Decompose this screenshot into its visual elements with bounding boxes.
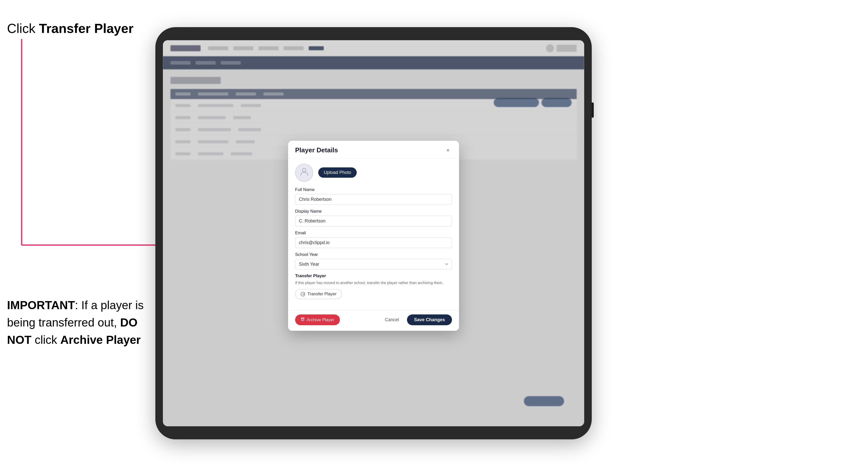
modal-header: Player Details ×	[288, 141, 459, 159]
click-bold-text: Transfer Player	[39, 21, 133, 36]
transfer-section-description: If this player has moved to another scho…	[295, 280, 452, 286]
modal-body: Upload Photo Full Name Display Name	[288, 159, 459, 310]
avatar-icon	[300, 167, 309, 178]
photo-section: Upload Photo	[295, 164, 452, 182]
instruction-bottom: IMPORTANT: If a player is being transfer…	[7, 297, 153, 349]
cancel-button[interactable]: Cancel	[381, 315, 403, 325]
display-name-group: Display Name	[295, 209, 452, 226]
click-prefix: Click	[7, 21, 39, 36]
avatar-circle	[295, 164, 313, 182]
archive-bold-text: Archive Player	[60, 333, 141, 346]
modal-title: Player Details	[295, 146, 338, 154]
save-changes-button[interactable]: Save Changes	[407, 314, 452, 325]
player-details-modal: Player Details ×	[288, 141, 459, 331]
app-background: Player Details ×	[163, 40, 584, 426]
full-name-group: Full Name	[295, 187, 452, 205]
display-name-label: Display Name	[295, 209, 452, 214]
archive-icon	[301, 317, 305, 322]
transfer-section-title: Transfer Player	[295, 274, 452, 279]
arrow-indicator	[11, 39, 167, 265]
archive-btn-label: Archive Player	[307, 317, 334, 322]
footer-right-buttons: Cancel Save Changes	[381, 314, 452, 325]
school-year-select[interactable]: Sixth Year First Year Second Year Third …	[295, 259, 452, 270]
email-label: Email	[295, 230, 452, 236]
tablet-screen: Player Details ×	[163, 40, 584, 426]
upload-photo-button[interactable]: Upload Photo	[318, 167, 357, 178]
modal-overlay: Player Details ×	[163, 40, 584, 426]
display-name-input[interactable]	[295, 216, 452, 226]
modal-footer: Archive Player Cancel Save Changes	[288, 310, 459, 331]
tablet-device: Player Details ×	[155, 27, 592, 439]
modal-close-button[interactable]: ×	[444, 146, 452, 154]
tablet-side-button	[592, 102, 594, 118]
transfer-player-button[interactable]: Transfer Player	[295, 289, 342, 299]
archive-player-button[interactable]: Archive Player	[295, 314, 340, 325]
email-input[interactable]	[295, 237, 452, 248]
email-group: Email	[295, 230, 452, 248]
svg-rect-5	[301, 318, 304, 318]
transfer-btn-label: Transfer Player	[307, 291, 337, 297]
instruction-top: Click Transfer Player	[7, 20, 133, 37]
important-label: IMPORTANT	[7, 299, 75, 312]
archive-text: click	[31, 333, 60, 346]
transfer-player-section: Transfer Player If this player has moved…	[295, 274, 452, 299]
school-year-group: School Year Sixth Year First Year Second…	[295, 252, 452, 270]
svg-point-3	[302, 168, 306, 172]
school-year-label: School Year	[295, 252, 452, 257]
full-name-label: Full Name	[295, 187, 452, 192]
transfer-icon	[300, 291, 305, 297]
close-icon: ×	[446, 147, 450, 154]
full-name-input[interactable]	[295, 194, 452, 205]
